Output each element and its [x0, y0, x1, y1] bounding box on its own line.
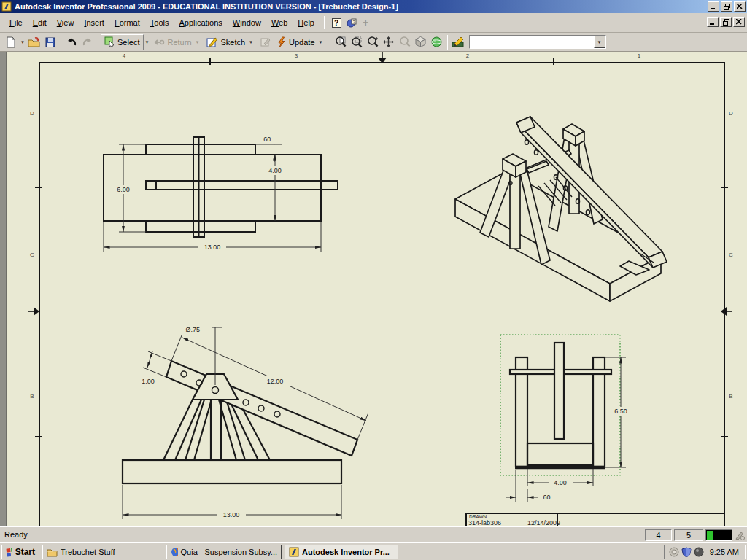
shaded-display-button[interactable]	[413, 34, 429, 50]
menu-tools[interactable]: Tools	[145, 16, 174, 29]
drawing-view-top[interactable]: .60 4.00 6.00 13.00	[101, 133, 345, 255]
select-label: Select	[117, 38, 140, 47]
window-title: Autodesk Inventor Professional 2009 - ED…	[15, 2, 705, 11]
titleblock-drawn-label: DRAWN	[469, 514, 487, 519]
menu-file[interactable]: File	[4, 16, 28, 29]
dim-label-hole-dia: Ø.75	[185, 326, 200, 333]
drawing-canvas[interactable]: 4 3 2 1 D C B D C B	[0, 52, 747, 526]
menu-window[interactable]: Window	[228, 16, 266, 29]
menu-edit[interactable]: Edit	[28, 16, 52, 29]
dim-label-height: 6.50	[614, 408, 627, 415]
doc-restore-button[interactable]	[720, 17, 732, 27]
help-topics-icon[interactable]: ?	[329, 16, 344, 29]
taskbar: Start Trebuchet Stuff Quia - Suspension …	[0, 542, 747, 560]
task-trebuchet-stuff[interactable]: Trebuchet Stuff	[42, 545, 163, 559]
zoom-selected-button-disabled	[397, 34, 413, 50]
select-button[interactable]: Select	[101, 34, 144, 50]
style-button[interactable]	[450, 34, 466, 50]
zone-tick	[35, 187, 42, 188]
style-combobox[interactable]: ▼	[469, 35, 606, 49]
sketch-dropdown[interactable]: ▼	[247, 40, 255, 44]
windows-flag-icon	[6, 547, 12, 557]
zoom-in-out-icon	[366, 36, 379, 48]
new-file-dropdown[interactable]: ▼	[19, 40, 26, 44]
doc-close-button[interactable]	[733, 17, 745, 27]
tray-volume-icon[interactable]	[669, 547, 679, 557]
zone-tick	[721, 436, 728, 438]
dim-label-arm-width: 1.00	[142, 378, 155, 385]
zone-right-c: C	[726, 252, 736, 258]
orbit-button[interactable]	[429, 34, 445, 50]
status-field-a: 4	[645, 529, 672, 541]
task-label: Trebuchet Stuff	[61, 548, 115, 556]
center-mark-left-icon	[28, 306, 41, 316]
new-file-button[interactable]	[3, 34, 19, 50]
redo-button-disabled	[80, 34, 96, 50]
zoom-window-button[interactable]	[349, 34, 365, 50]
titleblock-divider	[525, 513, 525, 526]
menu-help[interactable]: Help	[293, 16, 320, 29]
firefox-icon	[171, 547, 178, 557]
task-autodesk-inventor[interactable]: Autodesk Inventor Pr...	[285, 545, 398, 559]
task-quia-browser[interactable]: Quia - Suspension Subsy...	[166, 545, 282, 559]
menu-applications[interactable]: Applications	[174, 16, 227, 29]
capacity-meter	[705, 529, 732, 541]
zoom-all-button[interactable]	[333, 34, 349, 50]
status-bar: Ready 4 5	[0, 526, 747, 542]
new-file-icon	[5, 36, 17, 48]
zone-left-b: B	[27, 393, 37, 400]
tray-shield-icon[interactable]	[681, 547, 692, 557]
tray-status-icon[interactable]	[694, 547, 704, 557]
dim-label-post-width: .60	[541, 494, 551, 501]
inventor-icon	[289, 547, 299, 557]
titleblock-border	[465, 513, 467, 526]
style-combobox-dropdown[interactable]: ▼	[594, 36, 605, 48]
dim-label-width: 6.00	[117, 186, 130, 193]
pan-button[interactable]	[381, 34, 397, 50]
drawing-view-isometric[interactable]	[445, 113, 671, 310]
return-label: Return	[167, 38, 191, 47]
titleblock-author: 314-lab306	[468, 519, 501, 526]
style-combobox-value[interactable]	[470, 36, 594, 48]
application-window: Autodesk Inventor Professional 2009 - ED…	[0, 0, 747, 560]
update-dropdown[interactable]: ▼	[317, 40, 325, 44]
menu-view[interactable]: View	[52, 16, 80, 29]
open-button[interactable]	[26, 34, 42, 50]
select-dropdown[interactable]: ▼	[144, 40, 151, 44]
shaded-cube-icon	[414, 36, 427, 48]
sketch-icon	[206, 36, 218, 48]
system-tray: 9:25 AM	[664, 545, 746, 559]
toolbar-separator	[61, 35, 61, 50]
close-button[interactable]	[734, 1, 746, 12]
sketch-button[interactable]: Sketch ▼	[204, 34, 258, 50]
menu-insert[interactable]: Insert	[79, 16, 109, 29]
edit-sketch-button-disabled	[258, 34, 274, 50]
title-bar[interactable]: Autodesk Inventor Professional 2009 - ED…	[0, 0, 747, 13]
folder-icon	[47, 548, 58, 557]
undo-icon	[65, 36, 78, 48]
drawing-view-front[interactable]: 6.50 4.00 .60	[496, 330, 638, 508]
save-icon	[44, 36, 56, 48]
status-message: Ready	[4, 530, 28, 539]
minimize-button[interactable]	[708, 1, 719, 12]
update-button[interactable]: Update ▼	[274, 34, 327, 50]
return-button-disabled: Return ▼	[150, 34, 204, 50]
dim-label-rail-offset: .60	[262, 136, 271, 143]
task-label: Autodesk Inventor Pr...	[302, 548, 390, 556]
status-field-b: 5	[674, 529, 703, 541]
restore-button[interactable]	[721, 1, 732, 12]
task-label: Quia - Suspension Subsy...	[181, 548, 277, 556]
titleblock-date: 12/14/2009	[527, 519, 560, 526]
help-wizard-icon[interactable]: ?	[344, 16, 358, 29]
edit-sketch-icon	[260, 36, 271, 48]
zone-tick	[721, 187, 728, 188]
zoom-in-out-button[interactable]	[365, 34, 381, 50]
undo-button[interactable]	[63, 34, 80, 50]
menu-web[interactable]: Web	[266, 16, 293, 29]
start-button[interactable]: Start	[1, 545, 39, 559]
save-button[interactable]	[42, 34, 58, 50]
drawing-view-side[interactable]: Ø.75 1.00 12.00 13.00	[109, 319, 376, 524]
menu-format[interactable]: Format	[109, 16, 145, 29]
dim-label-inner-width: 4.00	[268, 167, 282, 174]
doc-minimize-button[interactable]	[707, 17, 719, 27]
